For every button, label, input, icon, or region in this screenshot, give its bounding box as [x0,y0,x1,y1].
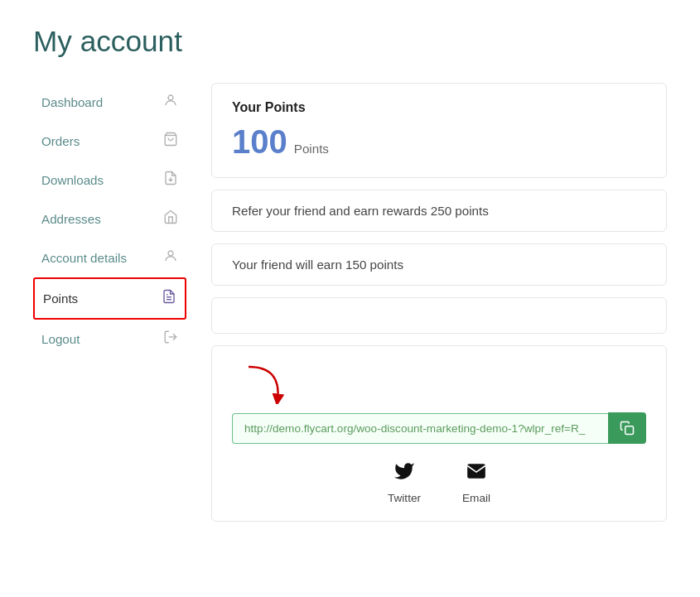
points-value-container: 100 Points [232,123,646,161]
arrow-svg [240,363,290,404]
svg-point-3 [168,251,173,256]
points-icon [162,289,176,308]
dashboard-label: Dashboard [41,95,103,109]
logout-icon [163,330,178,349]
points-unit: Points [294,142,329,156]
twitter-label: Twitter [388,492,421,504]
sidebar-item-downloads[interactable]: Downloads [33,161,186,200]
logout-label: Logout [41,332,80,346]
sidebar-item-orders[interactable]: Orders [33,122,186,161]
sidebar-item-addresses[interactable]: Addresses [33,200,186,238]
referral-url-input[interactable] [232,413,608,444]
addresses-icon [163,209,178,229]
refer-text: Refer your friend and earn rewards 250 p… [232,204,489,218]
dashboard-icon [163,93,178,112]
friend-earn-card: Your friend will earn 150 points [211,243,667,286]
sidebar-item-account-details[interactable]: Account details [33,238,186,277]
referral-link-card: Twitter Email [211,345,667,522]
orders-label: Orders [41,134,80,148]
content-area: Your Points 100 Points Refer your friend… [211,83,667,522]
main-layout: Dashboard Orders Downloads [33,83,667,522]
points-label: Points [43,291,78,306]
copy-icon [620,421,635,436]
sidebar: Dashboard Orders Downloads [33,83,186,359]
share-buttons: Twitter Email [232,460,646,504]
email-icon [466,460,487,487]
points-number: 100 [232,123,287,161]
account-details-icon [163,248,178,267]
referral-link-row [232,412,646,444]
downloads-label: Downloads [41,173,104,187]
sidebar-item-points[interactable]: Points [33,277,186,320]
your-points-label: Your Points [232,100,646,115]
account-details-label: Account details [41,251,127,265]
page-title: My account [33,25,667,58]
friend-earn-text: Your friend will earn 150 points [232,258,403,272]
svg-rect-8 [625,426,634,435]
twitter-share-button[interactable]: Twitter [388,460,421,504]
orders-icon [163,132,178,151]
points-card: Your Points 100 Points [211,83,667,178]
downloads-icon [163,171,178,190]
email-share-button[interactable]: Email [462,460,490,504]
addresses-label: Addresses [41,212,101,226]
copy-button[interactable] [608,412,646,444]
arrow-indicator [232,363,646,404]
svg-point-0 [168,95,173,100]
sidebar-item-dashboard[interactable]: Dashboard [33,83,186,122]
email-label: Email [462,492,490,504]
twitter-icon [393,460,415,487]
refer-card: Refer your friend and earn rewards 250 p… [211,190,667,232]
sidebar-item-logout[interactable]: Logout [33,320,186,359]
empty-bar-card [211,297,667,334]
